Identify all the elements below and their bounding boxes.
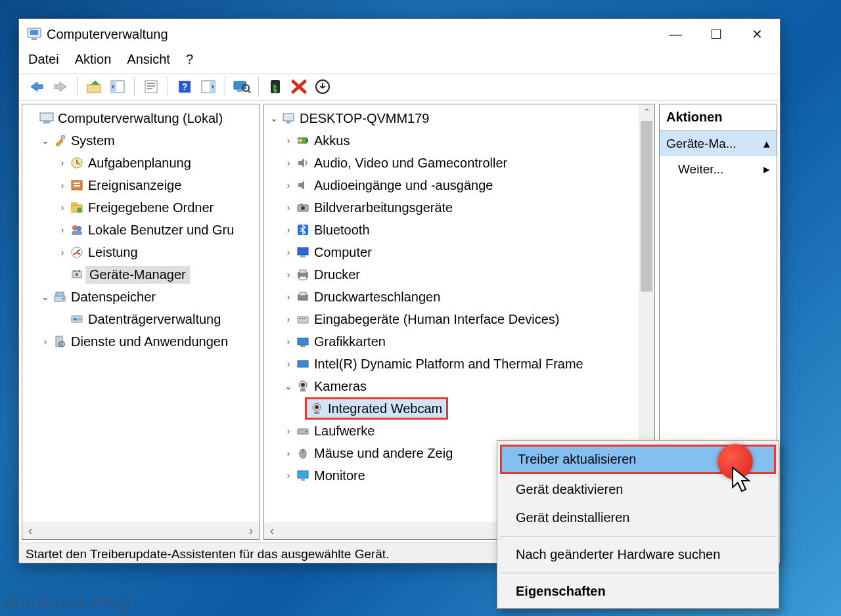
device-sound-video-game[interactable]: ›Audio, Video und Gamecontroller bbox=[267, 152, 637, 174]
menu-datei[interactable]: Datei bbox=[28, 52, 59, 67]
device-printers[interactable]: ›Drucker bbox=[267, 263, 637, 286]
tree-services[interactable]: › Dienste und Anwendungen bbox=[25, 330, 256, 353]
tree-item-scheduler[interactable]: › Aufgabenplanung bbox=[25, 152, 256, 174]
tree-item-performance[interactable]: › Leistung bbox=[25, 241, 256, 263]
menu-help[interactable]: ? bbox=[186, 52, 193, 67]
display-adapter-icon bbox=[294, 334, 311, 349]
expand-icon[interactable]: › bbox=[57, 202, 68, 213]
device-integrated-webcam[interactable]: Integrated Webcam bbox=[267, 397, 637, 420]
maximize-button[interactable]: ☐ bbox=[696, 19, 737, 49]
expand-icon[interactable]: › bbox=[57, 247, 68, 257]
camera-icon bbox=[294, 200, 311, 215]
svg-rect-38 bbox=[78, 270, 80, 272]
device-bluetooth[interactable]: ›Bluetooth bbox=[267, 219, 637, 241]
back-button[interactable] bbox=[26, 76, 48, 98]
expand-icon[interactable]: › bbox=[283, 359, 294, 369]
tree-item-device-manager[interactable]: Geräte-Manager bbox=[25, 263, 256, 286]
expand-icon[interactable]: › bbox=[283, 336, 294, 347]
expand-icon[interactable]: › bbox=[283, 180, 294, 190]
expand-icon[interactable]: › bbox=[283, 225, 294, 235]
users-icon bbox=[68, 223, 85, 237]
svg-point-73 bbox=[301, 383, 305, 387]
svg-rect-50 bbox=[286, 121, 290, 123]
svg-point-42 bbox=[62, 298, 64, 300]
menu-ansicht[interactable]: Ansicht bbox=[127, 52, 170, 67]
collapse-icon[interactable]: ⌄ bbox=[268, 113, 280, 123]
event-icon bbox=[68, 178, 85, 192]
mouse-icon bbox=[294, 446, 311, 460]
hid-icon bbox=[294, 312, 311, 326]
toolbar: ? bbox=[19, 74, 780, 101]
svg-rect-2 bbox=[32, 38, 37, 40]
tree-root[interactable]: Computerverwaltung (Lokal) bbox=[25, 107, 256, 129]
properties-button[interactable] bbox=[140, 76, 162, 98]
scan-hardware-icon[interactable] bbox=[231, 76, 253, 98]
collapse-icon[interactable]: ⌄ bbox=[39, 292, 51, 302]
expand-icon[interactable]: › bbox=[39, 336, 51, 347]
device-batteries[interactable]: ›Akkus bbox=[267, 129, 637, 152]
expand-icon[interactable]: › bbox=[283, 314, 294, 324]
up-button[interactable] bbox=[83, 76, 105, 98]
actions-more[interactable]: Weiter... ▸ bbox=[660, 156, 777, 182]
device-root[interactable]: ⌄ DESKTOP-QVMM179 bbox=[267, 107, 637, 129]
svg-rect-77 bbox=[314, 412, 319, 414]
minimize-button[interactable]: — bbox=[655, 19, 696, 49]
device-cameras[interactable]: ⌄Kameras bbox=[267, 375, 637, 397]
expand-icon[interactable]: › bbox=[57, 180, 68, 190]
webcam-device-icon bbox=[308, 401, 325, 416]
device-print-queues[interactable]: ›Druckwarteschlangen bbox=[267, 286, 637, 308]
uninstall-icon[interactable] bbox=[288, 76, 310, 98]
cm-uninstall-device[interactable]: Gerät deinstallieren bbox=[497, 504, 779, 532]
tree-item-local-users[interactable]: › Lokale Benutzer und Gru bbox=[25, 219, 256, 241]
device-intel-dptf[interactable]: ›Intel(R) Dynamic Platform and Thermal F… bbox=[267, 353, 637, 375]
expand-icon[interactable]: › bbox=[283, 448, 294, 458]
collapse-icon[interactable]: ⌄ bbox=[39, 135, 51, 146]
pc-icon bbox=[294, 245, 311, 259]
tree-system[interactable]: ⌄ System bbox=[25, 129, 256, 152]
device-display-adapters[interactable]: ›Grafikkarten bbox=[267, 330, 637, 353]
svg-rect-21 bbox=[40, 113, 53, 121]
expand-icon[interactable]: › bbox=[283, 426, 294, 436]
expand-icon[interactable]: › bbox=[283, 158, 294, 168]
tree-item-diskmgmt[interactable]: Datenträgerverwaltung bbox=[25, 308, 256, 330]
hscrollbar[interactable]: ‹› bbox=[22, 522, 259, 539]
device-computer[interactable]: ›Computer bbox=[267, 241, 637, 263]
cm-scan-hardware[interactable]: Nach geänderter Hardware suchen bbox=[497, 540, 779, 569]
cm-properties[interactable]: Eigenschaften bbox=[497, 577, 779, 605]
tree-item-shared-folders[interactable]: › Freigegebene Ordner bbox=[25, 196, 256, 219]
expand-icon[interactable]: › bbox=[57, 158, 68, 168]
show-hide-tree-button[interactable] bbox=[106, 76, 129, 98]
collapse-icon[interactable]: ⌄ bbox=[283, 381, 294, 391]
watermark: Windows-FAQ bbox=[3, 592, 131, 613]
close-button[interactable]: ✕ bbox=[737, 19, 777, 49]
device-imaging[interactable]: ›Bildverarbeitungsgeräte bbox=[267, 196, 637, 219]
expand-icon[interactable]: › bbox=[57, 225, 68, 235]
tree-item-eventviewer[interactable]: › Ereignisanzeige bbox=[25, 174, 256, 196]
actions-device-manager[interactable]: Geräte-Ma... ▴ bbox=[660, 131, 777, 156]
show-hide-action-button[interactable] bbox=[197, 76, 219, 98]
svg-rect-52 bbox=[307, 139, 308, 142]
computer-management-icon bbox=[38, 111, 55, 125]
help-button[interactable]: ? bbox=[173, 76, 196, 98]
svg-rect-68 bbox=[304, 318, 306, 319]
enable-device-icon[interactable] bbox=[264, 76, 286, 98]
app-icon bbox=[27, 27, 41, 41]
webcam-icon bbox=[294, 379, 311, 393]
forward-button[interactable] bbox=[49, 76, 72, 98]
update-driver-icon[interactable] bbox=[311, 76, 334, 98]
expand-icon[interactable]: › bbox=[283, 292, 294, 302]
expand-icon[interactable]: › bbox=[283, 269, 294, 280]
console-tree[interactable]: Computerverwaltung (Lokal) ⌄ System › Au… bbox=[22, 104, 259, 522]
device-hid[interactable]: ›Eingabegeräte (Human Interface Devices) bbox=[267, 308, 637, 330]
menu-aktion[interactable]: Aktion bbox=[75, 52, 112, 67]
svg-rect-33 bbox=[72, 231, 82, 235]
svg-rect-8 bbox=[147, 85, 155, 87]
expand-icon[interactable]: › bbox=[283, 135, 294, 146]
expand-icon[interactable]: › bbox=[283, 247, 294, 257]
device-drives[interactable]: ›Laufwerke bbox=[267, 420, 637, 442]
expand-icon[interactable]: › bbox=[283, 202, 294, 213]
expand-icon[interactable]: › bbox=[283, 470, 294, 481]
tree-storage[interactable]: ⌄ Datenspeicher bbox=[25, 286, 256, 308]
svg-line-17 bbox=[248, 90, 250, 93]
device-audio-io[interactable]: ›Audioeingänge und -ausgänge bbox=[267, 174, 637, 196]
